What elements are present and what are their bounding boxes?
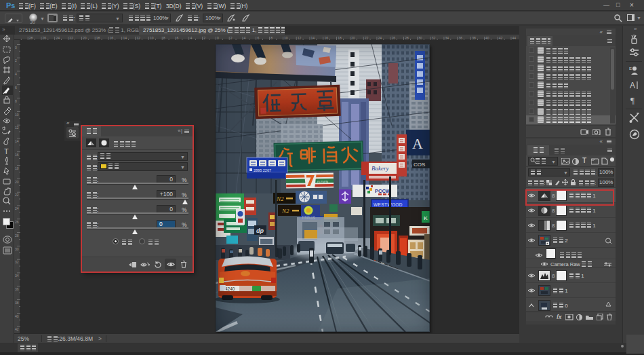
svg-text:0: 0: [15, 45, 17, 50]
svg-text:42: 42: [15, 327, 19, 331]
svg-text:24: 24: [15, 206, 19, 210]
svg-text:36: 36: [15, 287, 19, 291]
svg-text:8: 8: [270, 36, 273, 40]
svg-text:16: 16: [324, 36, 328, 40]
svg-text:2: 2: [15, 58, 17, 62]
svg-text:0: 0: [217, 36, 219, 40]
svg-text:22: 22: [15, 193, 19, 197]
svg-text:A: A: [630, 81, 635, 90]
svg-text:20: 20: [351, 36, 355, 40]
svg-text:18: 18: [96, 36, 100, 40]
svg-text:44: 44: [512, 36, 517, 40]
svg-text:16: 16: [15, 153, 19, 157]
svg-text:24: 24: [56, 36, 60, 40]
svg-text:16: 16: [110, 36, 114, 40]
svg-text:10: 10: [150, 36, 154, 40]
svg-text:8: 8: [163, 36, 165, 40]
svg-text:30: 30: [15, 247, 19, 251]
svg-text:T: T: [4, 147, 9, 155]
svg-text:E: E: [629, 67, 632, 71]
svg-text:22: 22: [365, 36, 369, 40]
svg-text:12: 12: [298, 36, 302, 40]
svg-text:6: 6: [257, 36, 259, 40]
svg-text:34: 34: [15, 274, 19, 278]
svg-text:20: 20: [83, 36, 87, 40]
svg-text:12: 12: [136, 36, 140, 40]
svg-text:38: 38: [472, 36, 476, 40]
svg-text:28: 28: [29, 36, 33, 40]
svg-text:14: 14: [15, 139, 19, 143]
svg-text:4: 4: [15, 72, 17, 76]
svg-text:30: 30: [418, 36, 422, 40]
svg-text:36: 36: [458, 36, 462, 40]
svg-text:10: 10: [15, 113, 19, 117]
svg-text:18: 18: [338, 36, 342, 40]
svg-text:4: 4: [190, 36, 192, 40]
svg-text:2: 2: [203, 36, 205, 40]
svg-text:40: 40: [15, 314, 19, 318]
svg-text:40: 40: [485, 36, 489, 40]
svg-text:42: 42: [499, 36, 503, 40]
svg-text:14: 14: [123, 36, 127, 40]
svg-text:28: 28: [405, 36, 409, 40]
svg-text:26: 26: [15, 220, 19, 224]
svg-text:6: 6: [15, 86, 17, 90]
svg-text:22: 22: [69, 36, 73, 40]
svg-text:18: 18: [15, 166, 19, 170]
svg-text:8: 8: [15, 99, 17, 103]
svg-text:38: 38: [15, 301, 19, 305]
svg-text:2: 2: [230, 36, 233, 40]
svg-text:10: 10: [284, 36, 288, 40]
svg-text:34: 34: [445, 36, 449, 40]
svg-text:¶: ¶: [630, 95, 635, 105]
svg-text:20: 20: [15, 180, 19, 184]
svg-text:4: 4: [244, 36, 246, 40]
svg-text:26: 26: [391, 36, 395, 40]
svg-text:6: 6: [177, 36, 179, 40]
svg-text:14: 14: [311, 36, 315, 40]
svg-text:32: 32: [15, 260, 19, 264]
svg-text:26: 26: [43, 36, 47, 40]
svg-text:24: 24: [378, 36, 382, 40]
svg-text:28: 28: [15, 233, 19, 238]
svg-text:12: 12: [15, 126, 19, 130]
svg-text:32: 32: [432, 36, 436, 40]
